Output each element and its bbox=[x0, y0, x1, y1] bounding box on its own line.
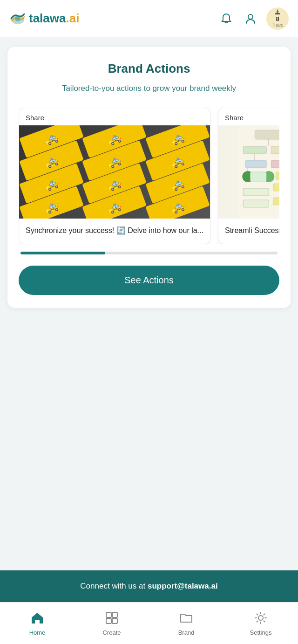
svg-rect-20 bbox=[243, 200, 269, 207]
card-2-share-label: Share bbox=[218, 108, 279, 125]
svg-rect-17 bbox=[276, 172, 279, 179]
svg-rect-18 bbox=[273, 184, 279, 191]
action-card-1[interactable]: Share 🚕 🚕 🚕 🚕 🚕 🚕 🚕 🚕 🚕 🚕 🚕 bbox=[19, 108, 210, 244]
app-header: talawa.ai 8 Trace bbox=[0, 0, 298, 37]
svg-point-2 bbox=[248, 14, 253, 19]
nav-create-label: Create bbox=[102, 629, 121, 636]
card-1-share-label: Share bbox=[19, 108, 210, 125]
nav-home[interactable]: Home bbox=[0, 603, 74, 644]
brand-actions-subtitle: Tailored-to-you actions to grow your bra… bbox=[19, 82, 279, 95]
connect-footer: Connect with us at support@talawa.ai bbox=[0, 570, 298, 602]
svg-rect-7 bbox=[271, 146, 279, 154]
card-1-text: Synchronize your success! 🔄 Delve into h… bbox=[19, 219, 210, 244]
nav-settings-label: Settings bbox=[250, 629, 272, 636]
folder-icon bbox=[179, 611, 193, 627]
svg-rect-6 bbox=[243, 146, 266, 154]
logo-icon bbox=[9, 10, 26, 27]
svg-rect-25 bbox=[112, 618, 117, 623]
svg-rect-24 bbox=[106, 618, 111, 623]
trace-number: 8 bbox=[276, 15, 279, 23]
header-actions: 8 Trace bbox=[218, 7, 289, 30]
trace-button[interactable]: 8 Trace bbox=[266, 7, 289, 30]
nav-home-label: Home bbox=[29, 629, 46, 636]
gear-icon bbox=[254, 611, 268, 627]
nav-brand[interactable]: Brand bbox=[149, 603, 224, 644]
logo-text: talawa.ai bbox=[29, 11, 79, 26]
brand-actions-card: Brand Actions Tailored-to-you actions to… bbox=[7, 47, 291, 308]
support-email: support@talawa.ai bbox=[148, 582, 218, 590]
diagram-svg bbox=[218, 125, 279, 219]
svg-rect-19 bbox=[243, 188, 269, 196]
grid-icon bbox=[105, 611, 119, 627]
connect-text: Connect with us at bbox=[80, 582, 148, 590]
card-1-image: 🚕 🚕 🚕 🚕 🚕 🚕 🚕 🚕 🚕 🚕 🚕 🚕 bbox=[19, 125, 210, 219]
progress-bar-fill bbox=[20, 252, 105, 254]
notifications-button[interactable] bbox=[218, 10, 235, 27]
action-card-2[interactable]: Share bbox=[218, 108, 279, 244]
home-icon bbox=[30, 611, 44, 627]
svg-rect-23 bbox=[112, 612, 117, 617]
nav-brand-label: Brand bbox=[178, 629, 195, 636]
main-content: Brand Actions Tailored-to-you actions to… bbox=[0, 37, 298, 570]
svg-rect-22 bbox=[106, 612, 111, 617]
brand-actions-title: Brand Actions bbox=[19, 62, 279, 76]
progress-bar bbox=[20, 252, 278, 254]
card-2-text: Streamli Success dedicate bbox=[218, 219, 279, 244]
bell-icon bbox=[220, 12, 233, 25]
logo: talawa.ai bbox=[9, 10, 79, 27]
nav-create[interactable]: Create bbox=[74, 603, 149, 644]
svg-rect-8 bbox=[245, 160, 266, 168]
user-icon bbox=[244, 12, 257, 25]
trace-label: Trace bbox=[271, 22, 283, 28]
see-actions-button[interactable]: See Actions bbox=[19, 266, 279, 295]
action-cards-row: Share 🚕 🚕 🚕 🚕 🚕 🚕 🚕 🚕 🚕 🚕 🚕 bbox=[19, 108, 279, 244]
nav-settings[interactable]: Settings bbox=[224, 603, 298, 644]
svg-rect-3 bbox=[275, 13, 280, 14]
svg-rect-12 bbox=[250, 172, 266, 181]
card-2-image: ▶ bbox=[218, 125, 279, 219]
svg-rect-5 bbox=[255, 130, 279, 139]
svg-point-26 bbox=[258, 616, 263, 620]
svg-rect-21 bbox=[273, 198, 279, 205]
svg-rect-9 bbox=[271, 160, 279, 168]
trace-icon bbox=[274, 9, 281, 15]
svg-point-1 bbox=[15, 16, 20, 21]
profile-button[interactable] bbox=[242, 10, 259, 27]
bottom-nav: Home Create Brand Setti bbox=[0, 602, 298, 644]
